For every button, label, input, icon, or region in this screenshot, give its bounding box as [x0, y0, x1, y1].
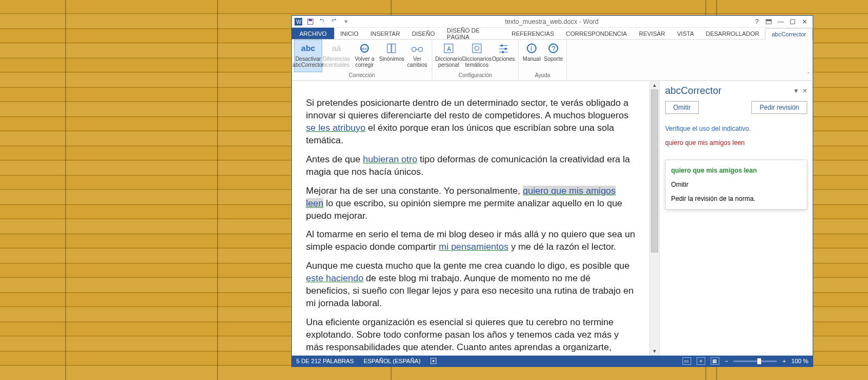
book-icon — [386, 42, 398, 55]
zoom-slider[interactable] — [733, 360, 777, 362]
minimize-icon[interactable]: — — [777, 18, 784, 26]
btn-diferencias-acentuales[interactable]: aá Diferencias acentuales — [322, 40, 350, 72]
svg-point-19 — [501, 45, 503, 47]
menu-referencias[interactable]: REFERENCIAS — [506, 28, 560, 39]
grammar-mark[interactable]: hubieran otro — [363, 154, 417, 164]
glasses-icon — [410, 42, 424, 55]
svg-text:A: A — [447, 46, 451, 52]
svg-rect-16 — [473, 44, 481, 53]
btn-label-l2: cambios — [407, 62, 427, 68]
ribbon-display-icon[interactable] — [765, 18, 773, 26]
grammar-mark[interactable]: se les atribuyo — [306, 123, 366, 133]
text: y me dé la razón el lector. — [508, 242, 616, 252]
suggestion-option[interactable]: quiero que mis amigos lean — [670, 163, 802, 178]
qat-customize-icon[interactable]: ▾ — [342, 17, 350, 26]
grammar-mark[interactable]: mi pensamientos — [439, 242, 509, 252]
zoom-thumb[interactable] — [757, 358, 761, 364]
scroll-thumb[interactable] — [651, 90, 658, 252]
word-icon: W — [294, 17, 303, 26]
svg-text:?: ? — [552, 45, 556, 53]
text: Si pretendes posicionarte dentro de un d… — [306, 98, 628, 121]
view-read-icon[interactable]: ▭ — [682, 357, 691, 365]
scroll-down-icon[interactable]: ▼ — [650, 347, 659, 356]
abccorrector-pane: abcCorrector ▼ ✕ Omitir Pedir revisión V… — [659, 81, 813, 356]
menu-request-option[interactable]: Pedir la revisión de la norma. — [670, 192, 802, 206]
btn-label-l1: Volver a — [355, 56, 374, 62]
document-area: Si pretendes posicionarte dentro de un d… — [292, 81, 659, 356]
pane-menu-icon[interactable]: ▼ — [793, 87, 799, 94]
menu-correspondencia[interactable]: CORRESPONDENCIA — [560, 28, 633, 39]
request-review-button[interactable]: Pedir revisión — [751, 101, 807, 114]
status-macro-icon[interactable] — [430, 358, 437, 364]
zoom-out-icon[interactable]: − — [725, 358, 728, 364]
scroll-up-icon[interactable]: ▲ — [650, 81, 659, 90]
menu-abccorrector[interactable]: abcCorrector — [765, 28, 813, 40]
abc-icon: abc — [301, 42, 315, 55]
svg-rect-10 — [392, 44, 395, 53]
vertical-scrollbar[interactable]: ▲ ▼ — [649, 81, 659, 356]
view-print-icon[interactable]: ≡ — [697, 357, 705, 365]
btn-manual[interactable]: i Manual — [521, 40, 542, 72]
zoom-level[interactable]: 100 % — [792, 358, 808, 364]
btn-sinonimos[interactable]: Sinónimos — [379, 40, 405, 72]
status-word-count[interactable]: 5 DE 212 PALABRAS — [296, 358, 354, 364]
menu-vista[interactable]: VISTA — [671, 28, 700, 39]
menu-insertar[interactable]: INSERTAR — [365, 28, 406, 39]
svg-point-17 — [475, 46, 479, 50]
menu-inicio[interactable]: INICIO — [334, 28, 365, 39]
maximize-icon[interactable] — [789, 18, 796, 26]
menu-file[interactable]: ARCHIVO — [292, 28, 334, 39]
btn-label-l2: personal — [438, 62, 459, 68]
btn-volver-corregir[interactable]: abc Volver a corregir — [350, 40, 379, 72]
text: Aunque me cuesta mucho que la gente me c… — [306, 261, 629, 271]
dictionary-personal-icon: A — [443, 42, 455, 55]
text: Antes de que — [306, 154, 363, 164]
dictionary-thematic-icon — [471, 42, 483, 55]
menu-bar: ARCHIVO INICIO INSERTAR DISEÑO DISEÑO DE… — [292, 28, 813, 40]
document-text[interactable]: Si pretendes posicionarte dentro de un d… — [306, 97, 635, 356]
btn-diccionario-personal[interactable]: A Diccionario personal — [435, 40, 463, 72]
svg-point-21 — [505, 48, 507, 50]
menu-diseno-pagina[interactable]: DISEÑO DE PÁGINA — [441, 28, 506, 39]
menu-desarrollador[interactable]: DESARROLLADOR — [700, 28, 765, 39]
btn-label-l2: abcCorrector — [292, 62, 324, 68]
text: Mejorar ha de ser una constante. Yo pers… — [306, 186, 523, 196]
menu-revisar[interactable]: REVISAR — [633, 28, 671, 39]
view-web-icon[interactable]: ▦ — [711, 357, 719, 365]
redo-icon[interactable] — [330, 17, 339, 26]
help-icon: ? — [547, 42, 559, 55]
menu-diseno[interactable]: DISEÑO — [406, 28, 441, 39]
ribbon-group-ayuda: i Manual ? Soporte Ayuda — [519, 40, 567, 80]
grammar-mark[interactable]: este haciendo — [306, 273, 363, 283]
svg-text:abc: abc — [361, 47, 368, 50]
zoom-in-icon[interactable]: + — [782, 358, 786, 364]
svg-rect-5 — [766, 20, 771, 21]
menu-omit-option[interactable]: Omitir — [670, 178, 802, 192]
accent-icon: aá — [332, 42, 341, 55]
btn-diccionarios-tematicos[interactable]: Diccionarios temáticos — [463, 40, 491, 72]
text: Una eficiente organización es esencial s… — [306, 316, 635, 356]
document-scroll[interactable]: Si pretendes posicionarte dentro de un d… — [292, 81, 649, 356]
status-language[interactable]: ESPAÑOL (ESPAÑA) — [363, 358, 420, 364]
pane-close-icon[interactable]: ✕ — [802, 87, 807, 94]
title-bar: W ▾ texto_muestra_web.docx - Word ? — ✕ — [292, 16, 813, 28]
ribbon-collapse-icon[interactable]: ˆ — [807, 72, 809, 78]
svg-text:i: i — [531, 45, 532, 53]
group-label-correccion: Corrección — [349, 72, 375, 79]
btn-soporte[interactable]: ? Soporte — [542, 40, 564, 72]
btn-ver-cambios[interactable]: Ver cambios — [405, 40, 430, 72]
status-bar: 5 DE 212 PALABRAS ESPAÑOL (ESPAÑA) ▭ ≡ ▦… — [292, 356, 813, 366]
help-icon[interactable]: ? — [753, 18, 761, 26]
btn-opciones[interactable]: Opciones — [491, 40, 516, 72]
refresh-icon: abc — [358, 42, 371, 55]
svg-point-11 — [412, 47, 416, 52]
svg-point-12 — [418, 47, 423, 52]
save-icon[interactable] — [306, 17, 315, 26]
close-icon[interactable]: ✕ — [801, 18, 808, 26]
btn-label-l1: Diccionarios — [462, 56, 492, 62]
suggestion-menu: quiero que mis amigos lean Omitir Pedir … — [665, 160, 807, 210]
btn-desactivar-abccorrector[interactable]: abc Desactivar abcCorrector — [294, 40, 322, 72]
omit-button[interactable]: Omitir — [665, 101, 699, 114]
undo-icon[interactable] — [318, 17, 327, 26]
word-window: W ▾ texto_muestra_web.docx - Word ? — ✕ — [291, 15, 813, 367]
